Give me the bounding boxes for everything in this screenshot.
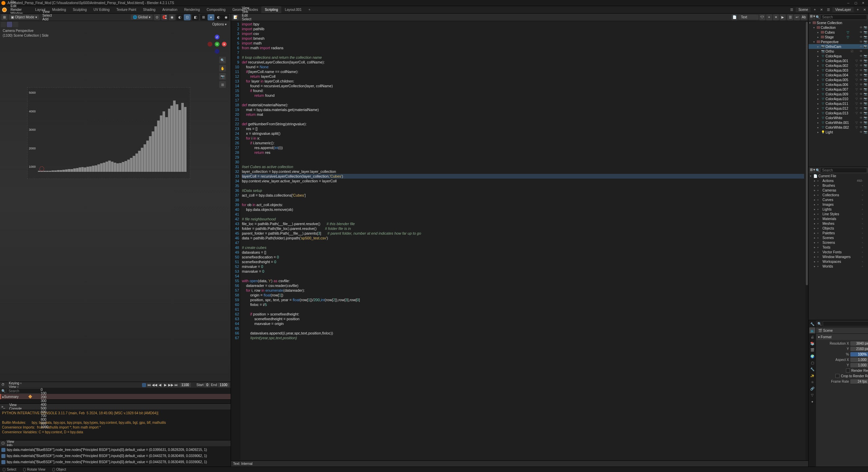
blenddata-materials[interactable]: ▸▫Materials▫ [809,216,868,221]
tab-physics-icon[interactable]: ⚛ [809,379,815,385]
outliner-row-ortho[interactable]: ▸📷Ortho☑👁 [809,49,868,54]
viewlayer-selector[interactable]: ViewLayer [832,7,854,12]
restrict-toggle-icon[interactable] [850,92,854,96]
restrict-toggle-icon[interactable]: 👁 [859,130,863,134]
editor-type-console-icon[interactable]: »_ [1,405,5,409]
run-script-icon[interactable]: ▶ [780,14,786,20]
blenddata-search-input[interactable] [820,168,867,173]
keyframe-next-icon[interactable]: ▶▶ [169,383,173,387]
restrict-toggle-icon[interactable]: ▽ [854,59,858,63]
restrict-toggle-icon[interactable]: ▽ [854,111,858,115]
restrict-toggle-icon[interactable] [850,116,854,120]
restrict-toggle-icon[interactable]: 📷 [863,87,867,91]
outliner-row-coloraqua[interactable]: ▸▽ColorAqua👁📷 [809,54,868,58]
text-new-icon[interactable]: + [766,14,772,20]
syntax-hl-icon[interactable]: Ab [801,14,807,20]
jump-end-icon[interactable]: ⏭ [174,383,179,387]
restrict-toggle-icon[interactable] [850,68,854,72]
restrict-toggle-icon[interactable] [854,44,858,49]
restrict-toggle-icon[interactable] [850,44,854,49]
outliner-row-light[interactable]: ▸💡Light👁📷 [809,130,868,134]
restrict-toggle-icon[interactable]: ▽ [854,125,858,129]
editor-type-dopesheet-icon[interactable]: ⏱ [1,383,6,387]
blenddata-brushes[interactable]: ▸▫Brushes▫ [809,183,868,188]
restrict-toggle-icon[interactable]: 👁 [859,25,863,30]
tool-move-icon[interactable] [13,22,18,27]
text-menu-edit[interactable]: Edit [240,14,260,17]
restrict-toggle-icon[interactable]: 📷 [863,83,867,87]
outliner-row-coloraqua-004[interactable]: ▸▽ColorAqua.004▽👁📷 [809,73,868,77]
restrict-toggle-icon[interactable] [863,49,867,53]
info-operator-row[interactable]: bpy.data.materials["BlueBSDF"].node_tree… [1,453,229,459]
blenddata-lights[interactable]: ▸▫Lights▫ [809,207,868,212]
restrict-toggle-icon[interactable] [854,35,858,39]
tab-constraints-icon[interactable]: 🔗 [809,385,815,392]
outliner-row-coloraqua-013[interactable]: ▸▽ColorAqua.013▽👁📷 [809,111,868,115]
scene-delete-icon[interactable]: ✕ [819,7,824,13]
restrict-toggle-icon[interactable]: ▽ [854,78,858,82]
tab-data-icon[interactable]: ▽ [809,392,815,398]
restrict-toggle-icon[interactable]: 👁 [859,73,863,77]
rendered-shading-icon[interactable]: ◉ [223,14,229,20]
restrict-toggle-icon[interactable]: 👁 [859,97,863,101]
outliner-row-coloraqua-010[interactable]: ▸▽ColorAqua.010▽👁📷 [809,96,868,101]
restrict-toggle-icon[interactable]: 👁 [859,102,863,106]
outliner-row-coloraqua-006[interactable]: ▸▽ColorAqua.006▽👁📷 [809,82,868,87]
restrict-toggle-icon[interactable]: 👁 [859,92,863,96]
blenddata-scenes[interactable]: ▸▫Scenes▫ [809,235,868,240]
restrict-toggle-icon[interactable]: 📷 [863,111,867,115]
outliner-scene-tree[interactable]: ▾Scene Collection▾Collection👁📷▸Cubes▽👁📷▸… [809,20,868,167]
restrict-toggle-icon[interactable]: ▽ [854,68,858,72]
blenddata-worlds[interactable]: ▸▫Worlds▫ [809,264,868,269]
editor-type-outliner-icon[interactable]: ⊞ [810,14,813,20]
jump-start-icon[interactable]: ⏮ [147,383,152,387]
restrict-toggle-icon[interactable] [850,106,854,110]
restrict-toggle-icon[interactable]: 👁 [859,78,863,82]
text-datablock-name[interactable]: Text [738,15,759,20]
restrict-toggle-icon[interactable]: 👁 [859,116,863,120]
aspect-y-field[interactable]: 1.000 [850,363,868,367]
restrict-toggle-icon[interactable]: 📷 [863,125,867,129]
workspace-tab-rendering[interactable]: Rendering [181,6,203,13]
text-browse-icon[interactable]: 📄 [731,14,738,20]
restrict-toggle-icon[interactable]: 👁 [859,68,863,72]
restrict-toggle-icon[interactable]: 📷 [863,106,867,110]
restrict-toggle-icon[interactable]: 📷 [863,78,867,82]
mode-selector[interactable]: ▣ Object Mode ▾ [9,15,39,20]
restrict-toggle-icon[interactable]: 👁 [859,83,863,87]
editor-type-info-icon[interactable]: ⓘ [1,441,5,446]
restrict-toggle-icon[interactable] [850,102,854,106]
framerate-selector[interactable]: 24 fps [850,379,868,384]
restrict-toggle-icon[interactable]: ▽ [854,87,858,91]
blenddata-collections[interactable]: ▸▫Collections▫ [809,193,868,197]
restrict-toggle-icon[interactable] [850,63,854,68]
outliner-row-colorwhite-002[interactable]: ▸▽ColorWhite.002▽👁📷 [809,125,868,130]
blenddata-tree[interactable]: ▾📄Current File▸▫Actions492▫▸▫Brushes▫▸▫C… [809,174,868,320]
restrict-toggle-icon[interactable] [850,40,854,44]
display-mode-icon[interactable]: ▾ [813,168,815,173]
menu-render[interactable]: Render [8,8,25,12]
outliner-row-colorwhite[interactable]: ▸▽ColorWhite👁📷 [809,115,868,120]
axis-z-pos-icon[interactable]: Z [215,35,219,39]
restrict-toggle-icon[interactable]: ▽ [854,83,858,87]
tool-select-icon[interactable] [1,22,6,27]
3d-viewport[interactable]: Camera Perspective (1100) Scene Collecti… [0,21,231,382]
tab-render-icon[interactable]: 📺 [809,327,815,333]
blenddata-window-managers[interactable]: ▸▫Window Managers▫ [809,254,868,259]
render-region-checkbox[interactable] [846,368,850,373]
restrict-toggle-icon[interactable]: ▽ [854,73,858,77]
dope-menu-keying[interactable]: Keying ▾ [7,381,27,385]
minimize-button[interactable]: ─ [845,1,852,5]
restrict-toggle-icon[interactable]: 👁 [859,35,863,39]
resolution-pct-field[interactable]: 100% [850,352,868,357]
restrict-toggle-icon[interactable]: 👁 [859,49,863,53]
restrict-toggle-icon[interactable] [850,25,854,30]
editor-type-text-icon[interactable]: 📝 [232,14,238,20]
workspace-tab-uv-editing[interactable]: UV Editing [90,6,113,13]
restrict-toggle-icon[interactable]: 👁 [859,44,863,49]
console-menu-view[interactable]: View [7,403,24,407]
text-editor-body[interactable]: 1234567891011121314151617181920212223242… [231,21,808,460]
scene-breadcrumb[interactable]: 🎬 Scene 📌 [816,327,868,333]
info-menu-view[interactable]: View [7,440,14,443]
crop-region-checkbox[interactable] [835,374,839,378]
